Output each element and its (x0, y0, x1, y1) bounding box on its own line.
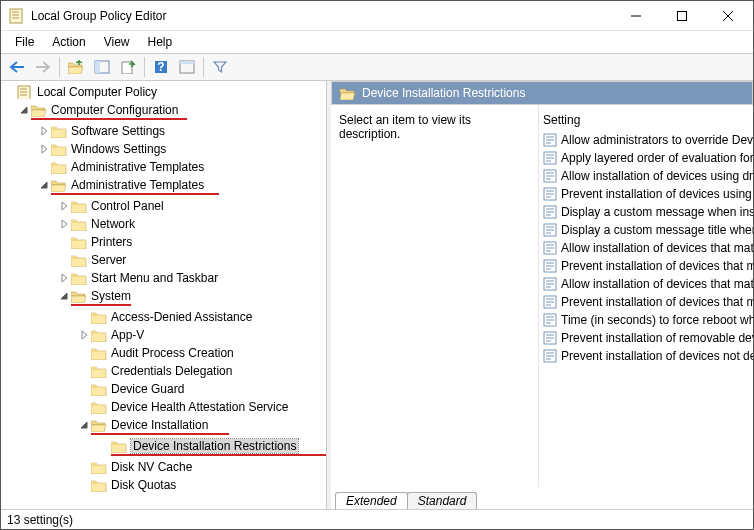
window: Local Group Policy Editor File Action Vi… (0, 0, 754, 530)
policy-icon (543, 169, 557, 183)
filter-button[interactable] (208, 56, 232, 78)
menu-file[interactable]: File (7, 33, 42, 51)
expand-icon[interactable] (37, 144, 51, 154)
tree-item-dg[interactable]: Device Guard (3, 380, 324, 398)
setting-row[interactable]: Allow installation of devices that match… (539, 275, 753, 293)
policy-icon (543, 277, 557, 291)
tree-pane[interactable]: Local Computer PolicyComputer Configurat… (1, 81, 327, 509)
tree-item-appv[interactable]: App-V (3, 326, 324, 344)
setting-row[interactable]: Prevent installation of removable device… (539, 329, 753, 347)
setting-row[interactable]: Allow installation of devices using driv… (539, 167, 753, 185)
expand-icon[interactable] (37, 126, 51, 136)
expand-icon[interactable] (57, 273, 71, 283)
setting-label: Display a custom message when installati… (561, 205, 753, 219)
setting-row[interactable]: Prevent installation of devices not desc… (539, 347, 753, 365)
folder-icon (51, 178, 67, 192)
policy-icon (543, 241, 557, 255)
setting-row[interactable]: Display a custom message when installati… (539, 203, 753, 221)
show-hide-tree-button[interactable] (90, 56, 114, 78)
settings-list-pane: Setting Allow administrators to override… (539, 105, 753, 487)
tree-item-dnv[interactable]: Disk NV Cache (3, 458, 324, 476)
help-button[interactable]: ? (149, 56, 173, 78)
tree-item-dq[interactable]: Disk Quotas (3, 476, 324, 494)
tree-item-at2[interactable]: Administrative Templates (3, 176, 324, 194)
export-list-button[interactable] (116, 56, 140, 78)
tree-item-srv[interactable]: Server (3, 251, 324, 269)
policy-icon (543, 187, 557, 201)
minimize-button[interactable] (613, 1, 659, 31)
tree-item-label: Network (91, 217, 135, 231)
svg-rect-18 (180, 61, 194, 64)
tree-item-label: Device Installation Restrictions (131, 439, 298, 453)
tab-extended[interactable]: Extended (335, 492, 408, 509)
tree-item-ada[interactable]: Access-Denied Assistance (3, 308, 324, 326)
tree-item-label: Computer Configuration (51, 103, 178, 117)
tree-item-sys[interactable]: System (3, 287, 324, 305)
setting-row[interactable]: Allow administrators to override Device … (539, 131, 753, 149)
collapse-icon[interactable] (17, 105, 31, 115)
folder-icon (51, 160, 67, 174)
tree-item-label: Disk Quotas (111, 478, 176, 492)
policy-icon (543, 259, 557, 273)
setting-row[interactable]: Time (in seconds) to force reboot when r… (539, 311, 753, 329)
folder-icon (91, 346, 107, 360)
menu-action[interactable]: Action (44, 33, 93, 51)
tree-item-root[interactable]: Local Computer Policy (3, 83, 324, 101)
expand-icon[interactable] (57, 201, 71, 211)
setting-row[interactable]: Apply layered order of evaluation for Al… (539, 149, 753, 167)
tree-item-label: Administrative Templates (71, 160, 204, 174)
highlight-underline (51, 193, 219, 195)
setting-label: Allow installation of devices that match… (561, 277, 753, 291)
menu-help[interactable]: Help (140, 33, 181, 51)
tree-item-at1[interactable]: Administrative Templates (3, 158, 324, 176)
tree-item-cp[interactable]: Control Panel (3, 197, 324, 215)
setting-label: Prevent installation of devices that mat… (561, 295, 753, 309)
tree-item-apc[interactable]: Audit Process Creation (3, 344, 324, 362)
setting-row[interactable]: Allow installation of devices that match… (539, 239, 753, 257)
expand-icon[interactable] (77, 330, 91, 340)
back-button[interactable] (5, 56, 29, 78)
tree-item-prn[interactable]: Printers (3, 233, 324, 251)
description-text: Select an item to view its description. (339, 113, 471, 141)
tab-standard[interactable]: Standard (407, 492, 478, 509)
tree-item-ss[interactable]: Software Settings (3, 122, 324, 140)
tree-item-label: Software Settings (71, 124, 165, 138)
setting-label: Allow administrators to override Device … (561, 133, 753, 147)
setting-row[interactable]: Prevent installation of devices that mat… (539, 257, 753, 275)
expand-icon[interactable] (57, 219, 71, 229)
tree-item-ws[interactable]: Windows Settings (3, 140, 324, 158)
folder-icon (71, 289, 87, 303)
properties-button[interactable] (175, 56, 199, 78)
close-button[interactable] (705, 1, 751, 31)
menubar: File Action View Help (1, 31, 753, 53)
setting-label: Time (in seconds) to force reboot when r… (561, 313, 753, 327)
collapse-icon[interactable] (57, 291, 71, 301)
tree-item-smt[interactable]: Start Menu and Taskbar (3, 269, 324, 287)
folder-icon (71, 199, 87, 213)
setting-row[interactable]: Prevent installation of devices that mat… (539, 293, 753, 311)
policy-icon (543, 313, 557, 327)
tree-item-dir[interactable]: Device Installation Restrictions (3, 437, 324, 455)
details-header: Device Installation Restrictions (331, 81, 753, 105)
menu-view[interactable]: View (96, 33, 138, 51)
up-button[interactable] (64, 56, 88, 78)
collapse-icon[interactable] (77, 420, 91, 430)
tree-item-label: Disk NV Cache (111, 460, 192, 474)
collapse-icon[interactable] (37, 180, 51, 190)
setting-row[interactable]: Prevent installation of devices using dr… (539, 185, 753, 203)
setting-row[interactable]: Display a custom message title when devi… (539, 221, 753, 239)
maximize-button[interactable] (659, 1, 705, 31)
highlight-underline (111, 454, 327, 456)
forward-button[interactable] (31, 56, 55, 78)
tree-item-di[interactable]: Device Installation (3, 416, 324, 434)
folder-icon (91, 418, 107, 432)
tree-item-cc[interactable]: Computer Configuration (3, 101, 324, 119)
tree-item-dhas[interactable]: Device Health Attestation Service (3, 398, 324, 416)
tree-item-label: App-V (111, 328, 144, 342)
tree-item-net[interactable]: Network (3, 215, 324, 233)
app-icon (9, 8, 25, 24)
tree-item-label: System (91, 289, 131, 303)
tree-item-cd[interactable]: Credentials Delegation (3, 362, 324, 380)
tree-item-label: Printers (91, 235, 132, 249)
settings-column-header[interactable]: Setting (539, 105, 753, 131)
